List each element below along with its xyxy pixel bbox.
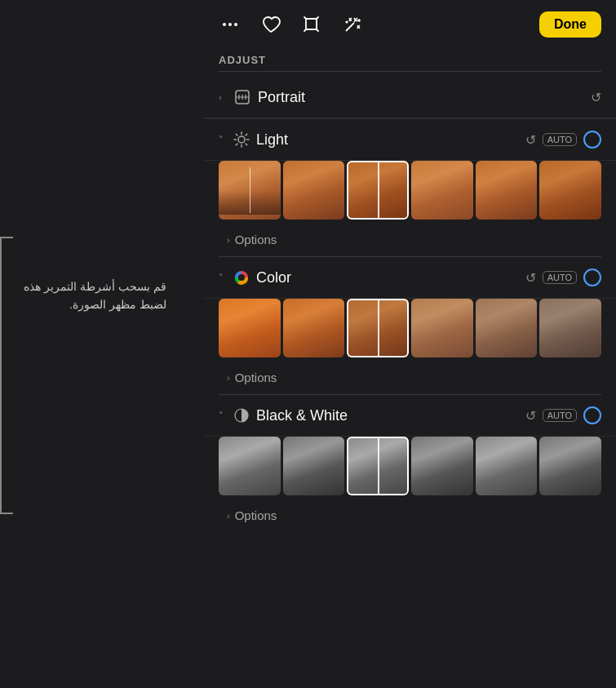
light-toggle[interactable] — [583, 131, 601, 149]
light-thumb-img-1 — [219, 161, 281, 220]
color-thumb-img-2 — [283, 299, 345, 357]
color-thumb-6[interactable] — [539, 299, 601, 357]
portrait-chevron-right: › — [219, 92, 228, 102]
section-light: ˅ Light ↺ — [204, 119, 616, 256]
thumb-separator-bw — [378, 437, 379, 495]
bw-thumb-1[interactable] — [219, 437, 281, 495]
color-options-label: Options — [235, 371, 277, 384]
scroll-content[interactable]: › Portrait ↺ ˅ — [204, 77, 616, 688]
color-options-chevron: › — [227, 373, 230, 383]
portrait-undo-icon[interactable]: ↺ — [591, 90, 601, 105]
color-thumb-2[interactable] — [283, 299, 345, 357]
color-thumb-3[interactable] — [347, 299, 409, 357]
annotation-area: قم بسحب أشرطة التمرير هذه لضبط مظهر الصو… — [0, 229, 204, 514]
light-thumb-1[interactable] — [219, 161, 281, 220]
sun-icon — [233, 131, 250, 148]
svg-point-6 — [346, 21, 348, 23]
thumb-separator-light — [378, 161, 379, 220]
portrait-label: Portrait — [258, 89, 591, 106]
light-label: Light — [256, 131, 525, 149]
light-undo-icon[interactable]: ↺ — [525, 132, 536, 148]
bw-thumb-6[interactable] — [539, 437, 601, 495]
color-options-row[interactable]: › Options — [204, 366, 616, 394]
light-thumb-4[interactable] — [411, 161, 473, 220]
color-section-row[interactable]: ˅ Color ↺ AUTO — [204, 257, 616, 299]
bw-section-row[interactable]: ˅ Black & White ↺ AUTO — [204, 395, 616, 437]
light-thumb-img-6 — [539, 161, 601, 220]
bw-chevron-down: ˅ — [219, 411, 228, 421]
svg-line-14 — [246, 144, 247, 145]
done-button[interactable]: Done — [539, 11, 601, 38]
bw-label: Black & White — [256, 407, 525, 424]
bw-thumb-2[interactable] — [283, 437, 345, 495]
light-thumb-5[interactable] — [476, 161, 538, 220]
portrait-icon — [233, 88, 251, 106]
light-chevron-down: ˅ — [219, 135, 228, 145]
bw-thumb-img-3 — [347, 437, 409, 495]
section-bw: ˅ Black & White ↺ AUTO — [204, 395, 616, 532]
light-thumb-img-5 — [476, 161, 538, 220]
light-thumb-2[interactable] — [283, 161, 345, 220]
bw-options-label: Options — [235, 508, 277, 522]
toolbar-icons — [219, 13, 364, 36]
bw-thumb-img-1 — [219, 437, 281, 495]
color-thumb-img-3 — [347, 299, 409, 357]
bw-actions: ↺ AUTO — [525, 406, 601, 424]
color-thumb-img-5 — [476, 299, 538, 357]
section-color: ˅ Color ↺ AUTO — [204, 257, 616, 394]
light-section-row[interactable]: ˅ Light ↺ — [204, 119, 616, 161]
color-thumb-img-4 — [411, 299, 473, 357]
svg-line-4 — [346, 23, 354, 31]
light-auto-badge[interactable]: AUTO — [543, 133, 577, 146]
svg-point-18 — [238, 274, 245, 281]
color-undo-icon[interactable]: ↺ — [525, 270, 536, 286]
svg-rect-3 — [306, 19, 317, 29]
adjust-section: ADJUST — [204, 46, 616, 77]
bw-thumb-img-4 — [411, 437, 473, 495]
portrait-section-row[interactable]: › Portrait ↺ — [204, 77, 616, 118]
svg-point-5 — [358, 20, 360, 21]
bw-thumb-strip — [204, 437, 616, 504]
svg-line-16 — [246, 134, 247, 135]
bw-auto-badge[interactable]: AUTO — [543, 409, 577, 422]
light-thumb-img-4 — [411, 161, 473, 220]
bw-thumb-5[interactable] — [476, 437, 538, 495]
svg-point-8 — [238, 136, 245, 143]
bw-thumb-img-6 — [539, 437, 601, 495]
crop-icon[interactable] — [300, 13, 323, 36]
bw-toggle[interactable] — [583, 406, 601, 424]
section-portrait: › Portrait ↺ — [204, 77, 616, 119]
svg-point-1 — [228, 23, 232, 26]
bw-undo-icon[interactable]: ↺ — [525, 408, 536, 424]
bw-thumb-4[interactable] — [411, 437, 473, 495]
magic-wand-icon[interactable] — [341, 13, 364, 36]
color-label: Color — [256, 269, 525, 286]
color-thumb-4[interactable] — [411, 299, 473, 357]
light-options-chevron: › — [227, 235, 230, 245]
light-thumb-img-2 — [283, 161, 345, 220]
color-thumb-1[interactable] — [219, 299, 281, 357]
annotation-text: قم بسحب أشرطة التمرير هذه لضبط مظهر الصو… — [20, 277, 166, 314]
bw-options-row[interactable]: › Options — [204, 504, 616, 532]
color-thumb-5[interactable] — [476, 299, 538, 357]
svg-point-0 — [223, 23, 226, 26]
color-auto-badge[interactable]: AUTO — [543, 271, 577, 284]
section-divider — [219, 71, 601, 72]
light-thumb-3[interactable] — [347, 161, 409, 220]
light-thumb-6[interactable] — [539, 161, 601, 220]
favorite-icon[interactable] — [259, 13, 282, 36]
adjust-title: ADJUST — [219, 54, 601, 66]
color-thumb-img-1 — [219, 299, 281, 357]
bw-thumb-3[interactable] — [347, 437, 409, 495]
svg-point-2 — [234, 23, 237, 26]
bw-icon — [233, 407, 250, 424]
light-actions: ↺ AUTO — [525, 131, 601, 149]
toolbar: Done — [204, 0, 616, 46]
main-panel: Done ADJUST › Portrait ↺ — [204, 0, 616, 688]
svg-line-15 — [236, 144, 237, 145]
more-icon[interactable] — [219, 13, 242, 36]
bw-options-chevron: › — [227, 511, 230, 521]
light-options-row[interactable]: › Options — [204, 228, 616, 256]
portrait-actions: ↺ — [591, 90, 601, 105]
color-toggle[interactable] — [583, 269, 601, 286]
